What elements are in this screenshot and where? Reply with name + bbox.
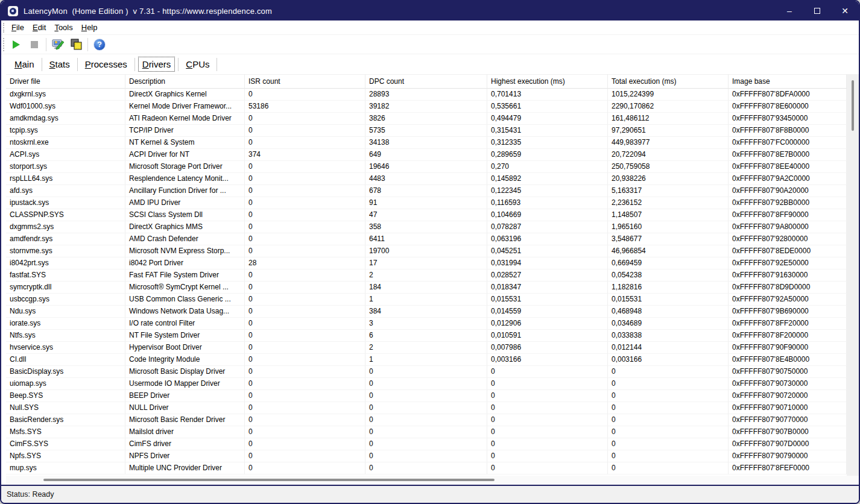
cell-image_base: 0xFFFFF807’91630000 <box>729 269 847 282</box>
cell-description: ACPI Driver for NT <box>125 149 245 161</box>
cell-total: 0 <box>608 402 729 414</box>
column-header-file[interactable]: Driver file <box>6 74 125 89</box>
cell-dpc: 2 <box>365 269 487 282</box>
table-row[interactable]: BasicRender.sysMicrosoft Basic Render Dr… <box>6 414 847 426</box>
table-row[interactable]: Msfs.SYSMailslot driver00000xFFFFF807’90… <box>6 426 847 438</box>
table-row[interactable]: uiomap.sysUsermode IO Mapper Driver00000… <box>6 378 847 390</box>
table-row[interactable]: ACPI.sysACPI Driver for NT3746490,289659… <box>6 149 847 161</box>
table-row[interactable]: mup.sysMultiple UNC Provider Driver00000… <box>6 462 847 474</box>
toolbar-separator <box>87 38 88 51</box>
cell-dpc: 678 <box>365 185 487 197</box>
table-row[interactable]: symcryptk.dllMicrosoft® SymCrypt Kernel … <box>6 282 847 294</box>
cell-dpc: 0 <box>365 414 487 426</box>
cell-dpc: 39182 <box>365 101 487 113</box>
cell-description: i8042 Port Driver <box>125 257 245 269</box>
table-row[interactable]: ntoskrnl.exeNT Kernel & System0341380,31… <box>6 137 847 149</box>
column-header-total[interactable]: Total execution (ms) <box>608 74 729 89</box>
table-row[interactable]: storport.sysMicrosoft Storage Port Drive… <box>6 161 847 173</box>
cell-description: Microsoft Basic Display Driver <box>125 366 245 378</box>
table-row[interactable]: Npfs.SYSNPFS Driver00000xFFFFF807’907900… <box>6 450 847 462</box>
start-monitor-button[interactable] <box>7 36 25 53</box>
cell-image_base: 0xFFFFF807’8EE40000 <box>729 161 847 173</box>
copy-report-button[interactable] <box>67 36 85 53</box>
toolbar: ? <box>1 35 859 54</box>
help-button[interactable]: ? <box>90 36 109 53</box>
table-row[interactable]: CLASSPNP.SYSSCSI Class System Dll0470,10… <box>6 209 847 221</box>
cell-total: 0,468948 <box>608 306 729 318</box>
cell-file: i8042prt.sys <box>6 257 125 269</box>
table-row[interactable]: afd.sysAncillary Function Driver for ...… <box>6 185 847 197</box>
table-row[interactable]: Null.SYSNULL Driver00000xFFFFF807’907100… <box>6 402 847 414</box>
cell-dpc: 1 <box>365 354 487 366</box>
table-row[interactable]: BasicDisplay.sysMicrosoft Basic Display … <box>6 366 847 378</box>
cell-highest: 0,012906 <box>487 318 608 330</box>
cell-total: 0,012144 <box>608 342 729 354</box>
menu-help[interactable]: Help <box>77 22 102 33</box>
tab-main[interactable]: Main <box>11 57 38 71</box>
vertical-scrollbar[interactable] <box>847 74 859 476</box>
cell-description: NULL Driver <box>125 402 245 414</box>
cell-dpc: 0 <box>365 366 487 378</box>
column-header-dpc[interactable]: DPC count <box>365 74 487 89</box>
cell-total: 0 <box>608 438 729 450</box>
cell-total: 20,938226 <box>608 173 729 185</box>
cell-dpc: 5735 <box>365 125 487 137</box>
table-row[interactable]: amdfendr.sysAMD Crash Defender064110,063… <box>6 233 847 245</box>
cell-image_base: 0xFFFFF807’90720000 <box>729 390 847 402</box>
column-header-isr[interactable]: ISR count <box>245 74 365 89</box>
table-row[interactable]: i8042prt.sysi8042 Port Driver28170,03199… <box>6 257 847 269</box>
tab-drivers[interactable]: Drivers <box>139 57 175 71</box>
cell-dpc: 47 <box>365 209 487 221</box>
cell-description: BEEP Driver <box>125 390 245 402</box>
tab-divider <box>217 58 217 71</box>
vertical-scrollbar-thumb[interactable] <box>852 80 854 131</box>
column-header-description[interactable]: Description <box>125 74 245 89</box>
cell-image_base: 0xFFFFF807’90710000 <box>729 402 847 414</box>
cell-description: Code Integrity Module <box>125 354 245 366</box>
cell-file: iorate.sys <box>6 318 125 330</box>
column-header-image_base[interactable]: Image base <box>729 74 847 89</box>
status-text: Status: Ready <box>7 490 54 499</box>
table-row[interactable]: Ndu.sysWindows Network Data Usag...03840… <box>6 306 847 318</box>
table-row[interactable]: dxgkrnl.sysDirectX Graphics Kernel028893… <box>6 89 847 101</box>
table-row[interactable]: iorate.sysI/O rate control Filter030,012… <box>6 318 847 330</box>
cell-description: DirectX Graphics Kernel <box>125 89 245 101</box>
cell-isr: 0 <box>245 245 365 257</box>
table-row[interactable]: tcpip.sysTCP/IP Driver057350,31543197,29… <box>6 125 847 137</box>
table-row[interactable]: Wdf01000.sysKernel Mode Driver Framewor.… <box>6 101 847 113</box>
table-row[interactable]: ipustack.sysAMD IPU Driver0910,1165932,2… <box>6 197 847 209</box>
cell-highest: 0 <box>487 390 608 402</box>
close-button[interactable]: ✕ <box>831 1 859 20</box>
table-row[interactable]: dxgmms2.sysDirectX Graphics MMS03580,078… <box>6 221 847 233</box>
table-row[interactable]: CimFS.SYSCimFS driver00000xFFFFF807’907D… <box>6 438 847 450</box>
horizontal-scrollbar-thumb[interactable] <box>43 479 495 481</box>
table-row[interactable]: hvservice.sysHypervisor Boot Driver020,0… <box>6 342 847 354</box>
cell-isr: 0 <box>245 450 365 462</box>
column-header-highest[interactable]: Highest execution (ms) <box>487 74 608 89</box>
table-row[interactable]: rspLLL64.sysResplendence Latency Monit..… <box>6 173 847 185</box>
cell-isr: 0 <box>245 414 365 426</box>
cell-image_base: 0xFFFFF807’FC000000 <box>729 137 847 149</box>
cell-description: Kernel Mode Driver Framewor... <box>125 101 245 113</box>
tab-processes[interactable]: Processes <box>81 57 131 71</box>
maximize-button[interactable] <box>803 1 831 20</box>
tab-cpus[interactable]: CPUs <box>182 57 213 71</box>
table-row[interactable]: amdkmdag.sysATI Radeon Kernel Mode Drive… <box>6 113 847 125</box>
menu-edit[interactable]: Edit <box>28 22 50 33</box>
options-button[interactable] <box>49 36 67 53</box>
tab-stats[interactable]: Stats <box>46 57 74 71</box>
minimize-button[interactable]: – <box>776 1 803 20</box>
cell-file: usbccgp.sys <box>6 294 125 306</box>
horizontal-scrollbar[interactable] <box>6 476 859 485</box>
cell-description: Windows Network Data Usag... <box>125 306 245 318</box>
table-row[interactable]: Ntfs.sysNT File System Driver060,0105910… <box>6 330 847 342</box>
table-row[interactable]: stornvme.sysMicrosoft NVM Express Storp.… <box>6 245 847 257</box>
cell-highest: 0,063196 <box>487 233 608 245</box>
stop-monitor-button[interactable] <box>25 36 43 53</box>
table-row[interactable]: usbccgp.sysUSB Common Class Generic ...0… <box>6 294 847 306</box>
table-row[interactable]: fastfat.SYSFast FAT File System Driver02… <box>6 269 847 282</box>
table-row[interactable]: CI.dllCode Integrity Module010,0031660,0… <box>6 354 847 366</box>
table-row[interactable]: Beep.SYSBEEP Driver00000xFFFFF807’907200… <box>6 390 847 402</box>
menu-file[interactable]: File <box>7 22 28 33</box>
menu-tools[interactable]: Tools <box>50 22 77 33</box>
